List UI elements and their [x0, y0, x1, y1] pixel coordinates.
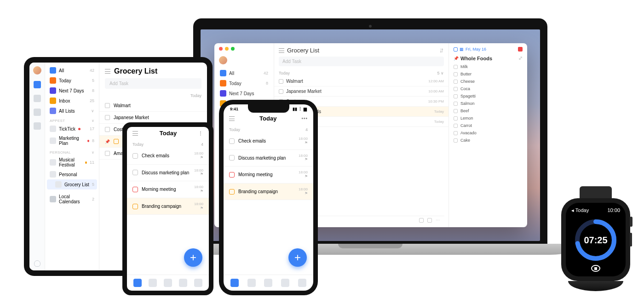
subtask-row[interactable]: Butter [454, 70, 523, 78]
avatar[interactable] [219, 56, 227, 64]
checkbox[interactable] [229, 138, 235, 144]
minimize-icon[interactable] [225, 47, 229, 51]
sort-icon[interactable]: ⮃ [439, 48, 444, 53]
digital-crown[interactable] [630, 217, 632, 227]
more-icon[interactable]: ⋮ [198, 131, 203, 136]
checkbox[interactable] [105, 103, 110, 108]
task-row[interactable]: Morning meeting 18:00⚑ [224, 166, 313, 184]
habit-tab-icon[interactable] [34, 109, 41, 116]
subtask-row[interactable]: Lemon [454, 115, 523, 122]
checkbox[interactable] [132, 204, 138, 209]
sidebar-item-today[interactable]: Today 8 [217, 78, 271, 88]
checkbox[interactable] [454, 109, 458, 113]
checkbox[interactable] [279, 79, 283, 84]
task-row[interactable]: Check emails 18:00⚑ [127, 148, 209, 165]
checkbox[interactable] [454, 131, 458, 135]
side-button[interactable] [630, 233, 632, 247]
checkbox[interactable] [454, 80, 458, 84]
checkbox[interactable] [114, 139, 119, 144]
detail-date[interactable]: ▦ Fri, May 16 [454, 47, 523, 52]
checkbox[interactable] [229, 172, 235, 178]
sidebar-item-all[interactable]: All 42 [217, 68, 271, 78]
menu-icon[interactable] [105, 69, 110, 74]
attach-icon[interactable] [419, 218, 424, 223]
menu-icon[interactable] [229, 116, 235, 121]
add-task-fab[interactable]: + [184, 248, 202, 267]
add-task-fab[interactable]: + [288, 248, 307, 267]
checkbox-icon[interactable] [454, 47, 458, 52]
checkbox[interactable] [132, 153, 138, 159]
search-tab-icon[interactable] [34, 122, 41, 130]
more-icon[interactable]: ⋯ [436, 218, 440, 223]
task-row[interactable]: Walmart 12:00 AM [274, 76, 448, 86]
sidebar-item-inbox[interactable]: Inbox 25 [47, 96, 97, 106]
checkbox[interactable] [454, 116, 458, 120]
sidebar-item-next-7-days[interactable]: Next 7 Days 8 [47, 86, 97, 96]
checkbox[interactable] [454, 124, 458, 128]
task-row[interactable]: Discuss marketing plan 18:00⚑ [127, 165, 209, 182]
subtask-row[interactable]: Milk [454, 63, 523, 70]
checkbox[interactable] [229, 189, 235, 195]
calendar-tab-icon[interactable] [34, 95, 41, 102]
checkbox[interactable] [132, 187, 138, 192]
close-icon[interactable] [219, 47, 223, 51]
subtask-row[interactable]: Cake [454, 137, 523, 144]
subtask-row[interactable]: Carrot [454, 122, 523, 129]
subtask-row[interactable]: Coca [454, 85, 523, 92]
share-icon[interactable] [427, 218, 432, 223]
sidebar-item-musical-festival[interactable]: Musical Festival 11 [47, 155, 97, 169]
window-controls[interactable] [219, 47, 235, 51]
avatar[interactable] [33, 66, 41, 75]
checkbox[interactable] [105, 115, 110, 120]
tab-habit-icon[interactable] [281, 279, 289, 287]
checkbox[interactable] [229, 155, 235, 161]
checkbox[interactable] [132, 170, 138, 175]
task-row[interactable]: Branding campaign 18:00⚑ [127, 198, 209, 215]
stop-button[interactable] [591, 265, 600, 272]
tab-calendar-icon[interactable] [247, 279, 256, 287]
subtask-row[interactable]: Spagetti [454, 92, 523, 100]
task-row[interactable]: Discuss marketing plan 18:00⚑ [224, 150, 313, 167]
group-label[interactable]: APPEST ∨ [47, 116, 97, 124]
tab-habit-icon[interactable] [179, 279, 187, 287]
sidebar-item-all-lists[interactable]: All Lists ∨ [47, 106, 97, 116]
sidebar-item-all[interactable]: All 42 [47, 65, 97, 75]
task-row[interactable]: Walmart [99, 100, 207, 112]
task-row[interactable]: Check emails 18:00⚑ [224, 133, 313, 150]
add-task-input[interactable]: Add Task [105, 78, 201, 89]
tab-pomo-icon[interactable] [264, 279, 272, 287]
sidebar-item-today[interactable]: Today 5 [47, 75, 97, 86]
back-button[interactable]: ◂ Today [571, 207, 589, 213]
task-row[interactable]: Branding campaign 18:00⚑ [224, 184, 313, 201]
task-row[interactable]: Japanese Market 10:00 AM [274, 86, 448, 97]
tasks-tab-icon[interactable] [34, 81, 41, 88]
expand-icon[interactable]: ⤢ [518, 55, 523, 61]
section-header[interactable]: Today 4 [127, 139, 209, 148]
sidebar-item-calendars[interactable]: Local Calendars 2 [47, 192, 97, 206]
tab-settings-icon[interactable] [298, 279, 306, 287]
subtask-row[interactable]: Beef [454, 107, 523, 115]
sidebar-item-personal[interactable]: Personal [47, 169, 97, 179]
checkbox[interactable] [454, 72, 458, 76]
priority-flag-icon[interactable] [518, 47, 523, 52]
section-header[interactable]: Today 4 [224, 125, 313, 133]
tab-pomo-icon[interactable] [164, 279, 172, 287]
checkbox[interactable] [279, 89, 283, 94]
sidebar-item-next-7-days[interactable]: Next 7 Days [217, 88, 271, 98]
subtask-row[interactable]: Salmon [454, 100, 523, 107]
section-header[interactable]: Today [99, 92, 207, 100]
checkbox[interactable] [454, 138, 458, 143]
checkbox[interactable] [105, 151, 110, 156]
menu-icon[interactable] [279, 48, 284, 53]
fullscreen-icon[interactable] [231, 47, 235, 51]
notifications-icon[interactable] [34, 260, 40, 267]
tab-tasks-icon[interactable] [133, 279, 142, 287]
checkbox[interactable] [454, 102, 458, 106]
sidebar-item-grocery-list[interactable]: Grocery List 5 [47, 179, 97, 189]
more-icon[interactable]: ••• [301, 116, 308, 121]
tab-tasks-icon[interactable] [230, 279, 239, 287]
add-task-input[interactable]: Add Task [279, 57, 444, 66]
sidebar-item-ticktick[interactable]: TickTick 17 [47, 124, 97, 134]
subtask-row[interactable]: Avacado [454, 129, 523, 137]
checkbox[interactable] [454, 87, 458, 91]
